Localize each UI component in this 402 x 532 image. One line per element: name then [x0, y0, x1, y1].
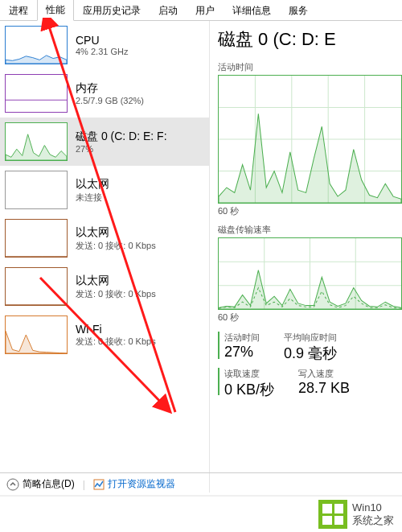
sidebar-item-6[interactable]: Wi-Fi发送: 0 接收: 0 Kbps [0, 311, 209, 359]
sidebar-item-sub: 27% [76, 144, 167, 154]
sidebar-item-title: CPU [76, 34, 128, 47]
sidebar-item-3[interactable]: 以太网未连接 [0, 166, 209, 214]
collapse-toggle[interactable]: 简略信息(D) [6, 477, 75, 491]
sidebar-item-title: 以太网 [76, 177, 109, 192]
resource-sidebar: CPU4% 2.31 GHz内存2.5/7.9 GB (32%)磁盘 0 (C:… [0, 21, 209, 493]
transfer-chart [218, 237, 402, 310]
tab-启动[interactable]: 启动 [150, 0, 187, 21]
stat-3: 写入速度28.7 KB [298, 368, 350, 399]
chevron-up-icon [6, 478, 19, 491]
thumb-chart-icon [5, 122, 68, 161]
transfer-x-axis: 60 秒 [218, 311, 402, 324]
transfer-label: 磁盘传输速率 [218, 224, 402, 236]
disk-title: 磁盘 0 (C: D: E [218, 27, 402, 52]
open-resource-monitor-link[interactable]: 打开资源监视器 [108, 477, 175, 491]
tab-服务[interactable]: 服务 [280, 0, 317, 21]
stat-label: 读取速度 [224, 368, 274, 380]
resource-monitor-icon [93, 479, 105, 490]
stat-value: 28.7 KB [298, 380, 350, 397]
stat-label: 活动时间 [224, 332, 260, 344]
main-panel: 磁盘 0 (C: D: E 活动时间 60 秒 磁盘传输速率 [209, 21, 402, 493]
thumb-chart-icon [5, 26, 68, 64]
sidebar-item-1[interactable]: 内存2.5/7.9 GB (32%) [0, 69, 209, 118]
watermark-line1: Win10 [352, 501, 394, 513]
bottom-bar: 简略信息(D) | 打开资源监视器 [0, 472, 402, 495]
sidebar-item-title: 以太网 [76, 225, 156, 240]
svg-point-15 [7, 479, 18, 490]
separator: | [83, 479, 85, 490]
stat-value: 27% [224, 344, 260, 361]
stat-value: 0 KB/秒 [224, 380, 274, 399]
tab-详细信息[interactable]: 详细信息 [224, 0, 280, 21]
tab-性能[interactable]: 性能 [37, 0, 74, 21]
sidebar-item-title: Wi-Fi [76, 323, 156, 336]
stat-0: 活动时间27% [218, 332, 260, 363]
thumb-chart-icon [5, 267, 68, 306]
stat-label: 写入速度 [298, 368, 350, 380]
tab-用户[interactable]: 用户 [187, 0, 224, 21]
sidebar-item-sub: 发送: 0 接收: 0 Kbps [76, 288, 156, 300]
collapse-label: 简略信息(D) [23, 477, 75, 491]
stats-grid: 活动时间27%平均响应时间0.9 毫秒读取速度0 KB/秒写入速度28.7 KB [218, 332, 402, 404]
sidebar-item-0[interactable]: CPU4% 2.31 GHz [0, 21, 209, 69]
sidebar-item-sub: 发送: 0 接收: 0 Kbps [76, 336, 156, 348]
sidebar-item-2[interactable]: 磁盘 0 (C: D: E: F:27% [0, 118, 209, 166]
sidebar-item-sub: 未连接 [76, 192, 109, 204]
sidebar-item-sub: 发送: 0 接收: 0 Kbps [76, 240, 156, 252]
sidebar-item-5[interactable]: 以太网发送: 0 接收: 0 Kbps [0, 262, 209, 311]
stat-value: 0.9 毫秒 [284, 344, 337, 363]
watermark-line2: 系统之家 [352, 513, 394, 528]
sidebar-item-title: 内存 [76, 81, 144, 96]
sidebar-item-4[interactable]: 以太网发送: 0 接收: 0 Kbps [0, 214, 209, 262]
stat-label: 平均响应时间 [284, 332, 337, 344]
active-time-label: 活动时间 [218, 61, 402, 73]
thumb-chart-icon [5, 74, 68, 113]
stat-2: 读取速度0 KB/秒 [218, 368, 274, 399]
watermark-logo-icon [318, 500, 347, 529]
sidebar-item-sub: 4% 2.31 GHz [76, 47, 128, 56]
sidebar-item-title: 磁盘 0 (C: D: E: F: [76, 130, 167, 144]
active-time-chart [218, 75, 402, 204]
tab-进程[interactable]: 进程 [0, 0, 37, 21]
watermark: Win10 系统之家 [0, 495, 402, 532]
sidebar-item-sub: 2.5/7.9 GB (32%) [76, 96, 144, 105]
active-x-axis: 60 秒 [218, 205, 402, 217]
sidebar-item-title: 以太网 [76, 274, 156, 288]
thumb-chart-icon [5, 219, 68, 258]
thumb-chart-icon [5, 315, 68, 354]
tab-应用历史记录[interactable]: 应用历史记录 [74, 0, 150, 21]
thumb-chart-icon [5, 171, 68, 209]
tab-bar: 进程性能应用历史记录启动用户详细信息服务 [0, 0, 402, 21]
stat-1: 平均响应时间0.9 毫秒 [284, 332, 337, 363]
